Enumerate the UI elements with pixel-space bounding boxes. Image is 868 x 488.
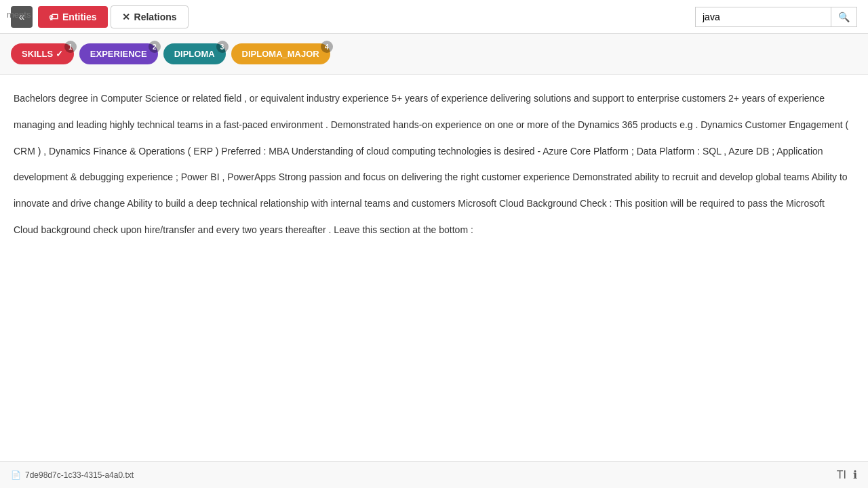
content-text: Bachelors degree in Computer Science or … <box>14 88 854 241</box>
filter-bar: SKILLS ✓ 1 EXPERIENCE 2 DIPLOMA 3 DIPLOM… <box>0 34 868 75</box>
skills-label: SKILLS ✓ <box>22 49 63 59</box>
footer-bar: 📄 7de98d7c-1c33-4315-a4a0.txt TI ℹ <box>0 461 868 488</box>
tab-relations[interactable]: ✕ Relations <box>111 5 189 28</box>
content-area: Bachelors degree in Computer Science or … <box>0 75 868 461</box>
text-icon: TI <box>837 469 846 481</box>
filter-diploma[interactable]: DIPLOMA 3 <box>163 43 226 64</box>
paragraph-1: Bachelors degree in Computer Science or … <box>14 88 854 109</box>
entities-label: Entities <box>62 12 97 22</box>
footer-icons: TI ℹ <box>837 468 857 481</box>
footer-filename: 📄 7de98d7c-1c33-4315-a4a0.txt <box>11 470 134 480</box>
nav-title: ments <box>0 0 37 29</box>
experience-label: EXPERIENCE <box>90 49 147 59</box>
search-icon: 🔍 <box>838 12 850 22</box>
info-button[interactable]: ℹ <box>853 468 857 481</box>
filter-skills[interactable]: SKILLS ✓ 1 <box>11 43 74 64</box>
search-container: 🔍 <box>695 7 857 27</box>
search-button[interactable]: 🔍 <box>831 7 857 27</box>
relations-icon: ✕ <box>122 12 130 22</box>
entities-icon: 🏷 <box>49 12 58 22</box>
diploma-major-count: 4 <box>321 41 333 53</box>
file-icon: 📄 <box>11 470 21 480</box>
text-icon-button[interactable]: TI <box>837 469 846 481</box>
search-input[interactable] <box>695 7 831 27</box>
info-icon: ℹ <box>853 469 857 481</box>
paragraph-5: innovate and drive change Ability to bui… <box>14 193 854 214</box>
diploma-major-label: DIPLOMA_MAJOR <box>242 49 319 59</box>
skills-count: 1 <box>64 41 77 53</box>
paragraph-2: managing and leading highly technical te… <box>14 115 854 136</box>
tab-entities[interactable]: 🏷 Entities <box>38 6 108 28</box>
filter-diploma-major[interactable]: DIPLOMA_MAJOR 4 <box>231 43 330 64</box>
paragraph-3: CRM ) , Dynamics Finance & Operations ( … <box>14 141 854 162</box>
experience-count: 2 <box>149 41 161 53</box>
diploma-label: DIPLOMA <box>174 49 215 59</box>
diploma-count: 3 <box>216 41 229 53</box>
paragraph-6: Cloud background check upon hire/transfe… <box>14 220 854 241</box>
paragraph-4: development & debugging experience ; Pow… <box>14 167 854 188</box>
filter-experience[interactable]: EXPERIENCE 2 <box>79 43 158 64</box>
filename-text: 7de98d7c-1c33-4315-a4a0.txt <box>25 470 134 480</box>
top-bar: ments « 🏷 Entities ✕ Relations 🔍 <box>0 0 868 34</box>
relations-label: Relations <box>134 12 177 22</box>
